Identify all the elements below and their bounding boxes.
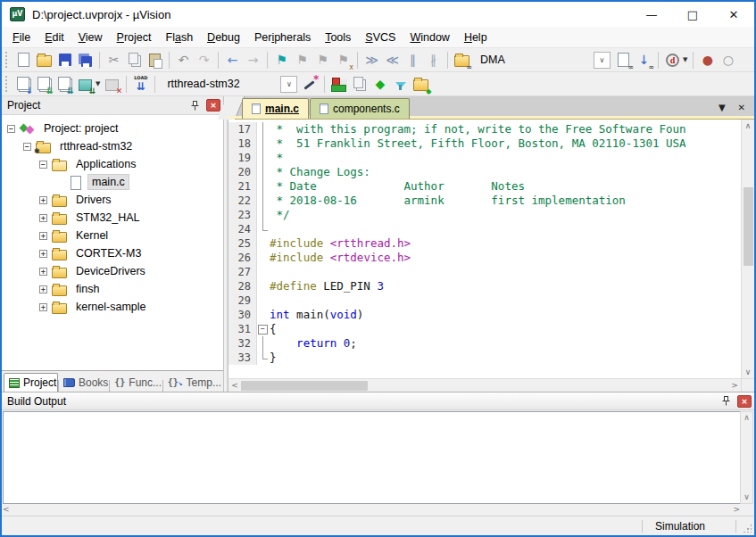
tree-item-stm32-hal[interactable]: +STM32_HAL [2,209,223,227]
chevron-down-icon[interactable]: ∨ [594,52,611,69]
paste-icon[interactable] [145,50,165,70]
manage-components-icon[interactable]: ◆ [370,74,390,95]
tree-item-rtthread-stm32[interactable]: −✱rtthread-stm32 [2,137,223,155]
code-pane[interactable]: 17 * with this program; if not, write to… [228,120,741,378]
close-button[interactable]: ✕ [713,2,754,27]
navigate-back-icon[interactable]: ← [222,50,243,70]
scroll-up-icon[interactable]: ∧ [745,120,752,132]
expand-icon[interactable]: + [39,303,47,311]
horizontal-scroll-thumb[interactable] [241,381,368,391]
menu-edit[interactable]: Edit [37,29,71,46]
expand-icon[interactable]: + [39,250,47,258]
clear-bookmarks-icon[interactable]: ⚑x [333,50,353,70]
save-all-icon[interactable] [75,50,96,70]
expand-icon[interactable]: + [39,268,47,276]
download-icon[interactable]: LOAD⇊ [130,74,151,95]
rebuild-all-icon[interactable]: ⇊ [54,74,75,95]
dropdown-arrow-icon[interactable]: ▼ [96,80,100,87]
menu-view[interactable]: View [71,29,110,46]
tree-item-kernel-sample[interactable]: +kernel-sample [2,298,223,316]
collapse-icon[interactable]: − [23,143,31,151]
toolbar-gripper[interactable] [5,52,10,68]
toggle-bookmark-icon[interactable]: ⚑ [271,50,292,70]
build-output-vertical-scrollbar[interactable]: ∧ ∨ [740,411,753,504]
close-panel-button[interactable]: × [737,395,752,408]
toggle-breakpoint-icon[interactable]: ● [697,50,718,70]
editor-tab-main-c[interactable]: main.c [242,98,309,119]
editor-tab-components-c[interactable]: components.c [310,98,410,119]
uncomment-icon[interactable]: ∦ [423,50,444,70]
menu-peripherals[interactable]: Peripherals [247,29,318,46]
maximize-button[interactable]: □ [672,2,713,27]
build-output-content[interactable] [3,411,740,504]
scroll-down-icon[interactable]: ∨ [744,493,750,501]
cut-icon[interactable]: ✂ [104,50,124,70]
tab-books[interactable]: Books [59,373,109,392]
indent-icon[interactable]: ≫ [361,50,382,70]
tree-item-main-c[interactable]: main.c [2,173,223,191]
menu-project[interactable]: Project [110,29,159,46]
lookup-icon[interactable]: d [662,50,683,70]
dropdown-arrow-icon[interactable]: ▼ [683,56,687,63]
find-in-files-icon[interactable]: ∞ [452,50,472,70]
pin-icon[interactable] [187,99,202,112]
target-select-combo[interactable]: rtthread-stm32∨ [162,75,297,94]
manage-rte-icon[interactable] [328,74,349,95]
open-file-icon[interactable] [34,50,54,70]
new-file-icon[interactable] [13,50,34,70]
tree-item-drivers[interactable]: +Drivers [2,191,223,209]
menu-flash[interactable]: Flash [159,29,201,46]
tree-item-devicedrivers[interactable]: +DeviceDrivers [2,262,223,280]
expand-icon[interactable]: + [39,196,47,204]
options-for-target-icon[interactable] [300,74,320,95]
build-target-icon[interactable]: ⇊ [34,74,54,95]
tree-item-applications[interactable]: −Applications [2,155,223,173]
translate-file-icon[interactable]: ↓ [13,74,34,95]
find-text-combo[interactable]: DMA∨ [475,51,611,70]
fold-toggle-icon[interactable] [257,322,270,336]
menu-file[interactable]: File [5,29,37,46]
scroll-up-icon[interactable]: ∧ [744,414,750,422]
chevron-down-icon[interactable]: ∨ [280,76,297,93]
tab-list-dropdown[interactable]: ▼ [719,103,726,112]
tab-functions[interactable]: {}Func... [110,373,162,392]
scroll-right-icon[interactable]: > [733,506,740,514]
menu-tools[interactable]: Tools [318,29,358,46]
minimize-button[interactable]: — [631,2,672,27]
build-output-horizontal-scrollbar[interactable]: < > [2,504,754,516]
tree-item-finsh[interactable]: +finsh [2,280,223,298]
select-packs-icon[interactable] [390,74,411,95]
undo-icon[interactable]: ↶ [173,50,194,70]
expand-icon[interactable]: + [39,214,47,222]
pack-installer-icon[interactable]: ◆ [411,74,431,95]
resize-grip[interactable] [736,516,754,535]
save-icon[interactable] [54,50,75,70]
code-editor[interactable]: 17 * with this program; if not, write to… [228,120,754,378]
scroll-left-icon[interactable]: < [228,382,241,390]
window-layout-icon[interactable] [349,74,370,95]
expand-icon[interactable]: + [39,285,47,293]
expand-icon[interactable]: + [39,232,47,240]
scroll-down-icon[interactable]: ∨ [745,366,752,378]
tab-templates[interactable]: {}Temp... [163,373,221,392]
tab-project[interactable]: Project [4,373,58,392]
redo-icon[interactable]: ↷ [194,50,214,70]
copy-icon[interactable] [124,50,145,70]
collapse-icon[interactable]: − [7,125,15,133]
editor-horizontal-scrollbar[interactable]: < > [228,378,754,392]
stop-build-icon[interactable]: ✕ [102,74,122,95]
menu-help[interactable]: Help [457,29,494,46]
close-panel-button[interactable]: × [206,99,220,112]
menu-window[interactable]: Window [403,29,456,46]
find-icon[interactable]: ∞ [613,50,634,70]
editor-vertical-scrollbar[interactable]: ∧ ∨ [741,120,754,378]
scroll-right-icon[interactable]: > [728,382,741,390]
vertical-scroll-thumb[interactable] [744,187,753,266]
menu-svcs[interactable]: SVCS [358,29,403,46]
navigate-forward-icon[interactable]: → [243,50,263,70]
disable-breakpoint-icon[interactable]: ○ [718,50,738,70]
incremental-find-icon[interactable]: ↓∞ [634,50,654,70]
scroll-left-icon[interactable]: < [3,506,10,514]
next-bookmark-icon[interactable]: ⚑ [312,50,333,70]
toolbar-gripper[interactable] [5,76,10,92]
